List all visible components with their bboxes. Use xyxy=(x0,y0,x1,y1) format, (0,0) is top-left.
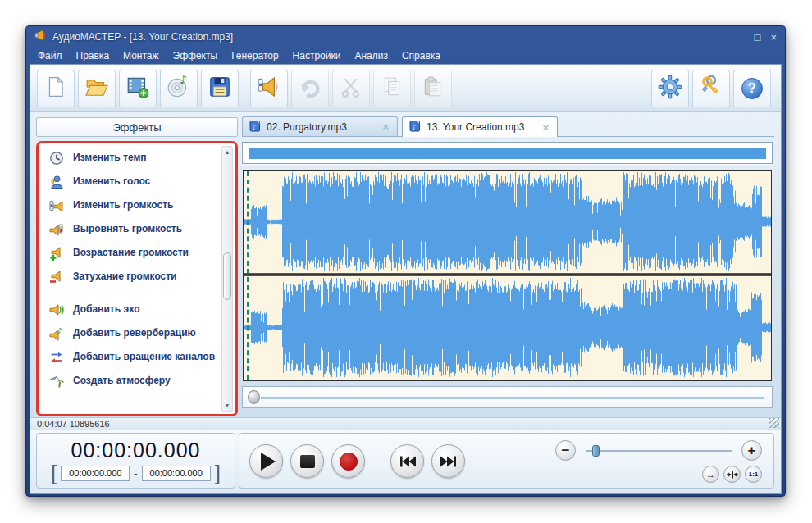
range-start-field[interactable] xyxy=(61,466,130,481)
title-bar[interactable]: АудиоМАСТЕР - [13. Your Creation.mp3] _ … xyxy=(30,26,782,48)
settings-button[interactable] xyxy=(651,70,689,107)
effect-label: Добавить реверберацию xyxy=(73,328,196,339)
zoom-in-button[interactable]: + xyxy=(741,440,762,461)
effect-item-change-tempo[interactable]: Изменить темп xyxy=(40,146,221,170)
save-file-button[interactable] xyxy=(201,70,239,107)
time-group: 00:00:00.000 [ - ] xyxy=(36,433,235,489)
add-reverb-icon: ♪ xyxy=(48,325,65,342)
open-file-button[interactable] xyxy=(78,70,116,107)
add-echo-icon xyxy=(48,302,65,318)
help-button[interactable]: ? xyxy=(733,70,771,107)
menu-item[interactable]: Файл xyxy=(38,50,62,61)
menu-item[interactable]: Анализ xyxy=(354,50,388,61)
client-area: ♪? Эффекты Изменить темпИзменить голосИз… xyxy=(30,64,782,494)
film-plus-icon xyxy=(125,75,150,102)
menu-item[interactable]: Справка xyxy=(402,50,440,61)
play-button[interactable] xyxy=(249,444,283,478)
effect-label: Возрастание громкости xyxy=(73,248,189,259)
playback-cursor xyxy=(247,171,249,380)
minimize-button[interactable]: _ xyxy=(738,32,744,43)
scroll-up-icon[interactable]: ▲ xyxy=(222,147,232,157)
license-key-button[interactable] xyxy=(692,70,730,107)
fit-width-button[interactable]: ↔ xyxy=(702,466,719,483)
music-file-icon: ♪ xyxy=(409,120,421,134)
new-file-button[interactable] xyxy=(37,70,75,107)
maximize-button[interactable]: □ xyxy=(755,32,761,43)
effects-scrollbar[interactable]: ▲ ▼ xyxy=(221,146,233,412)
effect-item-fade-in[interactable]: Возрастание громкости xyxy=(40,241,221,265)
close-button[interactable]: × xyxy=(770,32,777,43)
record-button[interactable] xyxy=(331,444,365,478)
record-icon xyxy=(340,453,358,471)
zoom-out-button[interactable]: − xyxy=(555,440,576,461)
menu-bar: ФайлПравкаМонтажЭффектыГенераторНастройк… xyxy=(30,48,782,64)
tab-close-icon[interactable]: × xyxy=(382,121,389,133)
zoom-thumb[interactable] xyxy=(592,445,600,457)
selection-range: [ - ] xyxy=(37,465,235,482)
tab-label: 13. Your Creation.mp3 xyxy=(427,121,524,133)
skip-end-button[interactable] xyxy=(431,444,465,478)
effect-label: Создать атмосферу xyxy=(73,375,171,387)
tab-purgatory[interactable]: ♪02. Purgatory.mp3× xyxy=(242,116,398,136)
effects-list: Изменить темпИзменить голосИзменить гром… xyxy=(40,146,221,412)
effect-item-create-atmosphere[interactable]: Создать атмосферу xyxy=(40,369,221,393)
scrollbar-thumb[interactable] xyxy=(223,252,231,300)
grab-cd-button[interactable]: ♪ xyxy=(160,70,198,107)
desktop: АудиоМАСТЕР - [13. Your Creation.mp3] _ … xyxy=(0,0,812,523)
effects-panel-header[interactable]: Эффекты xyxy=(36,117,238,137)
waveform-panel[interactable] xyxy=(243,170,772,381)
menu-item[interactable]: Эффекты xyxy=(173,50,218,61)
svg-text:♪: ♪ xyxy=(57,326,62,335)
effect-item-normalize[interactable]: Выровнять громкость xyxy=(40,217,221,241)
overview-bar[interactable] xyxy=(242,142,773,164)
fade-in-icon xyxy=(48,245,65,262)
fit-selection-button[interactable] xyxy=(723,466,741,483)
music-file-icon: ♪ xyxy=(249,120,261,134)
speaker-slider-icon xyxy=(256,74,282,103)
tab-close-icon[interactable]: × xyxy=(542,121,549,134)
change-tempo-icon xyxy=(48,150,65,166)
fade-out-icon xyxy=(48,269,65,285)
effect-item-add-reverb[interactable]: ♪Добавить реверберацию xyxy=(40,321,221,345)
menu-item[interactable]: Настройки xyxy=(293,50,341,61)
scissors-icon xyxy=(340,75,363,102)
one-to-one-button[interactable]: 1:1 xyxy=(745,466,762,483)
channel-rotation-icon xyxy=(48,349,65,366)
menu-item[interactable]: Генератор xyxy=(231,50,278,61)
paste-button xyxy=(414,70,452,107)
seek-thumb[interactable] xyxy=(248,390,260,404)
effect-item-change-volume[interactable]: Изменить громкость xyxy=(40,193,221,217)
toolbar: ♪? xyxy=(30,65,781,112)
tab-label: 02. Purgatory.mp3 xyxy=(267,121,347,133)
range-end-field[interactable] xyxy=(142,466,211,481)
effect-item-change-voice[interactable]: Изменить голос xyxy=(40,170,221,193)
transport-bar: 00:00:00.000 [ - ] xyxy=(30,430,781,493)
seek-track[interactable] xyxy=(261,397,764,399)
key-icon xyxy=(698,74,724,103)
effect-label: Добавить эхо xyxy=(73,304,140,316)
skip-start-button[interactable] xyxy=(390,444,424,478)
effect-label: Добавить вращение каналов xyxy=(73,352,215,363)
zoom-controls: − + xyxy=(555,440,762,461)
create-atmosphere-icon xyxy=(48,373,65,389)
effect-item-add-echo[interactable]: Добавить эхо xyxy=(40,298,221,321)
app-window: АудиоМАСТЕР - [13. Your Creation.mp3] _ … xyxy=(25,25,786,497)
effect-item-channel-rotation[interactable]: Добавить вращение каналов xyxy=(40,345,221,369)
scroll-down-icon[interactable]: ▼ xyxy=(222,400,232,411)
volume-mixer-button[interactable] xyxy=(250,70,288,107)
change-volume-icon xyxy=(48,198,65,214)
copy-button xyxy=(373,70,411,107)
menu-item[interactable]: Правка xyxy=(76,50,110,61)
seek-slider[interactable] xyxy=(242,386,773,408)
range-open-bracket: [ xyxy=(51,465,57,482)
resize-grip[interactable] xyxy=(769,418,779,428)
waveform-channel-left[interactable] xyxy=(244,171,771,273)
effect-label: Изменить темп xyxy=(73,152,147,164)
effect-item-fade-out[interactable]: Затухание громкости xyxy=(40,265,221,289)
import-video-button[interactable] xyxy=(119,70,157,107)
tab-your-creation[interactable]: ♪13. Your Creation.mp3× xyxy=(402,116,558,137)
stop-button[interactable] xyxy=(290,444,324,478)
zoom-track[interactable] xyxy=(586,450,732,452)
waveform-channel-right[interactable] xyxy=(244,276,771,379)
menu-item[interactable]: Монтаж xyxy=(123,50,159,61)
